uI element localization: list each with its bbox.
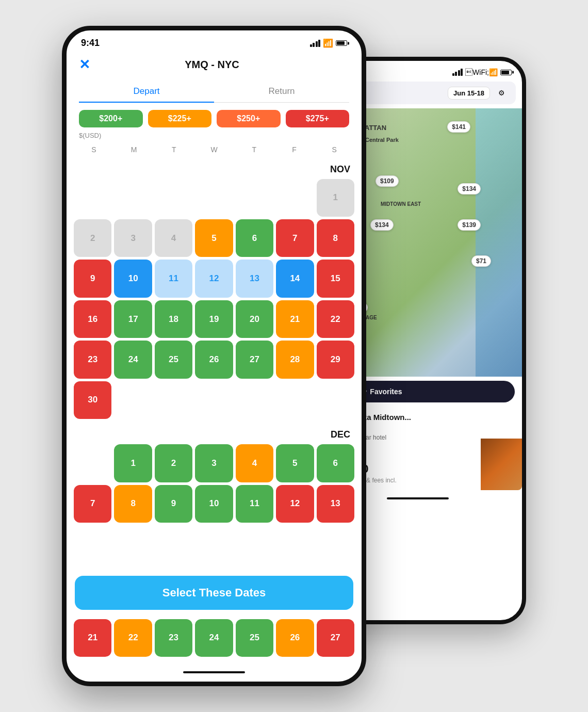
cal-day-nov-25[interactable]: 25: [155, 341, 192, 378]
calendar-header: ✕ YMQ - NYC: [67, 53, 362, 81]
cal-day-nov-7[interactable]: 7: [276, 219, 314, 257]
cal-day-dec-10[interactable]: 10: [195, 485, 233, 523]
tab-favorites[interactable]: ♥ Favorites: [363, 387, 402, 396]
cal-day-dec-11[interactable]: 11: [236, 485, 273, 523]
cal-day-dec-25[interactable]: 25: [236, 619, 273, 657]
cal-day-dec-3[interactable]: 3: [195, 444, 233, 482]
day-f: F: [274, 143, 315, 156]
cal-day-dec-8[interactable]: 8: [114, 485, 152, 523]
day-m: M: [114, 143, 154, 156]
cal-day-nov-22[interactable]: 22: [317, 300, 354, 338]
home-indicator-front: [183, 671, 245, 673]
wifi-icon-back: WiFi;📶: [465, 68, 498, 76]
nov-grid: 1 2 3 4 5 6 7 8 9 10 11 12 13 14 15: [74, 179, 354, 419]
cal-day-dec-21[interactable]: 21: [74, 619, 111, 657]
battery-icon-front: [336, 40, 347, 46]
tab-depart[interactable]: Depart: [79, 81, 214, 103]
cal-day-dec-1[interactable]: 1: [114, 444, 152, 482]
map-price-139[interactable]: $139: [458, 219, 481, 231]
cal-day-dec-22[interactable]: 22: [114, 619, 152, 657]
cal-day-dec-13[interactable]: 13: [317, 485, 354, 523]
time-display: 9:41: [81, 38, 100, 48]
status-icons-front: 📶: [310, 38, 348, 48]
map-price-141[interactable]: $141: [447, 121, 470, 133]
day-s1: S: [74, 143, 114, 156]
dec-grid: 1 2 3 4 5 6 7 8 9 10 11 12 13: [74, 444, 354, 523]
cal-day-nov-14[interactable]: 14: [276, 260, 314, 297]
signal-bars-front: [310, 40, 321, 47]
day-t2: T: [234, 143, 274, 156]
cal-day-dec-2[interactable]: 2: [155, 444, 192, 482]
cal-day-nov-18[interactable]: 18: [155, 300, 192, 338]
cal-day-nov-27[interactable]: 27: [236, 341, 273, 378]
select-dates-button[interactable]: Select These Dates: [75, 576, 353, 610]
map-price-71[interactable]: $71: [471, 255, 491, 267]
cal-day-nov-24[interactable]: 24: [114, 341, 152, 378]
price-badge-250: $250+: [217, 110, 281, 127]
month-dec: DEC: [74, 424, 354, 444]
day-headers: S M T W T F S: [67, 143, 362, 156]
tab-return[interactable]: Return: [214, 81, 349, 102]
cal-day-nov-9[interactable]: 9: [74, 260, 111, 297]
close-button[interactable]: ✕: [79, 57, 90, 73]
currency-label: $(USD): [67, 131, 362, 143]
cal-day-dec-24[interactable]: 24: [195, 619, 233, 657]
cal-day-nov-13[interactable]: 13: [236, 260, 273, 297]
map-price-134b[interactable]: $134: [370, 219, 394, 231]
map-label-midtown: MIDTOWN EAST: [381, 201, 421, 207]
phone-front: 9:41 📶 ✕ YMQ - NYC: [62, 26, 366, 686]
day-s2: S: [314, 143, 354, 156]
cal-day-nov-23[interactable]: 23: [74, 341, 111, 378]
phones-container: WiFi;📶 k, NY, USA Jun 15-18 ⚙ MANHATTAN…: [62, 26, 526, 686]
calendar-scroll[interactable]: NOV 1 2 3 4 5 6 7 8: [67, 159, 362, 570]
cal-day-dec-4[interactable]: 4: [236, 444, 273, 482]
map-price-109[interactable]: $109: [375, 175, 399, 187]
cal-day-nov-30[interactable]: 30: [74, 381, 111, 419]
price-badge-275: $275+: [286, 110, 350, 127]
cal-day-nov-2[interactable]: 2: [74, 219, 111, 257]
cal-day-nov-1[interactable]: 1: [317, 179, 354, 217]
cal-day-dec-5[interactable]: 5: [276, 444, 314, 482]
cal-day-nov-15[interactable]: 15: [317, 260, 354, 297]
cal-day-dec-9[interactable]: 9: [155, 485, 192, 523]
cal-day-nov-16[interactable]: 16: [74, 300, 111, 338]
cal-day-nov-4[interactable]: 4: [155, 219, 192, 257]
cal-day-dec-12[interactable]: 12: [276, 485, 314, 523]
select-btn-container: Select These Dates: [67, 570, 362, 616]
cal-day-nov-28[interactable]: 28: [276, 341, 314, 378]
cal-day-dec-6[interactable]: 6: [317, 444, 354, 482]
favorites-label: Favorites: [370, 387, 402, 396]
filter-button[interactable]: ⚙: [494, 86, 509, 100]
home-indicator-back: [387, 497, 449, 499]
status-bar-front: 9:41 📶: [67, 30, 362, 53]
cal-day-nov-12[interactable]: 12: [195, 260, 233, 297]
cal-day-nov-8[interactable]: 8: [317, 219, 354, 257]
cal-day-nov-17[interactable]: 17: [114, 300, 152, 338]
cal-day-dec-26[interactable]: 26: [276, 619, 314, 657]
hotel-image: [481, 439, 522, 490]
cal-day-nov-26[interactable]: 26: [195, 341, 233, 378]
cal-day-dec-27[interactable]: 27: [317, 619, 354, 657]
cal-day-dec-7[interactable]: 7: [74, 485, 111, 523]
cal-day-nov-21[interactable]: 21: [276, 300, 314, 338]
cal-day-nov-19[interactable]: 19: [195, 300, 233, 338]
cal-day-nov-29[interactable]: 29: [317, 341, 354, 378]
wifi-icon-front: 📶: [323, 38, 333, 48]
depart-return-tabs: Depart Return: [79, 81, 349, 103]
cal-day-nov-10[interactable]: 10: [114, 260, 152, 297]
signal-bars-back: [452, 69, 463, 76]
dec-week4-partial: 21 22 23 24 25 26 27: [67, 616, 362, 660]
cal-day-nov-5[interactable]: 5: [195, 219, 233, 257]
cal-day-nov-20[interactable]: 20: [236, 300, 273, 338]
cal-day-dec-23[interactable]: 23: [155, 619, 192, 657]
cal-day-nov-3[interactable]: 3: [114, 219, 152, 257]
battery-icon-back: [500, 70, 512, 75]
cal-day-nov-6[interactable]: 6: [236, 219, 273, 257]
route-title: YMQ - NYC: [185, 59, 239, 71]
map-price-134a[interactable]: $134: [458, 183, 481, 195]
price-legend: $200+ $225+ $250+ $275+: [67, 110, 362, 127]
date-chip[interactable]: Jun 15-18: [448, 87, 490, 100]
price-badge-200: $200+: [79, 110, 143, 127]
month-nov: NOV: [74, 159, 354, 179]
cal-day-nov-11[interactable]: 11: [155, 260, 192, 297]
